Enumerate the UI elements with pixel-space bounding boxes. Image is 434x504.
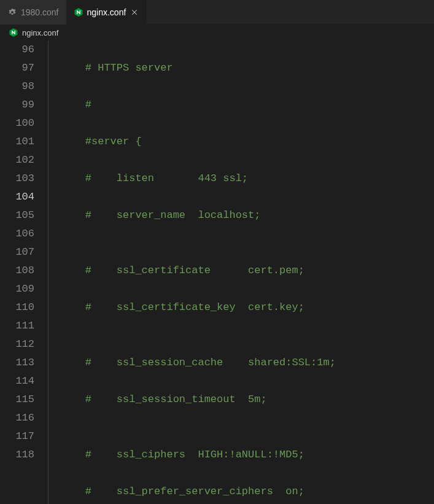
code-line[interactable]: # ssl_certificate_key cert.key; <box>60 298 434 317</box>
close-icon[interactable] <box>130 7 139 17</box>
code-line[interactable]: # server_name localhost; <box>60 206 434 225</box>
tab-1980-conf[interactable]: 1980.conf <box>0 0 66 25</box>
line-number: 105 <box>0 206 34 225</box>
line-number: 117 <box>0 427 34 446</box>
nginx-icon <box>74 7 83 17</box>
line-number: 110 <box>0 298 34 317</box>
line-number: 103 <box>0 169 34 188</box>
line-number: 113 <box>0 354 34 372</box>
breadcrumb[interactable]: nginx.conf <box>0 25 434 41</box>
line-number-gutter: 96 97 98 99 100 101 102 103 104 105 106 … <box>0 41 48 504</box>
line-number: 96 <box>0 41 34 59</box>
line-number: 115 <box>0 390 34 409</box>
nginx-icon <box>9 28 18 37</box>
line-number: 118 <box>0 446 34 464</box>
line-number: 99 <box>0 96 34 114</box>
indent-guide <box>48 41 60 504</box>
line-number: 108 <box>0 262 34 280</box>
code-area[interactable]: # HTTPS server # #server { # listen 443 … <box>60 41 434 504</box>
line-number: 102 <box>0 151 34 169</box>
code-line[interactable]: # HTTPS server <box>60 59 434 77</box>
line-number: 114 <box>0 372 34 390</box>
line-number: 100 <box>0 114 34 133</box>
line-number: 106 <box>0 225 34 243</box>
line-number: 111 <box>0 317 34 335</box>
line-number: 97 <box>0 59 34 77</box>
code-line[interactable]: # ssl_ciphers HIGH:!aNULL:!MD5; <box>60 446 434 464</box>
tab-bar: 1980.conf nginx.conf <box>0 0 434 25</box>
code-line[interactable]: # ssl_certificate cert.pem; <box>60 262 434 280</box>
tab-label: 1980.conf <box>21 7 59 17</box>
gear-icon <box>7 7 17 17</box>
code-line[interactable]: # ssl_prefer_server_ciphers on; <box>60 483 434 501</box>
code-editor[interactable]: 96 97 98 99 100 101 102 103 104 105 106 … <box>0 41 434 504</box>
line-number: 109 <box>0 280 34 298</box>
line-number: 107 <box>0 243 34 262</box>
line-number: 101 <box>0 133 34 151</box>
tab-label: nginx.conf <box>87 7 126 17</box>
code-line[interactable]: # ssl_session_timeout 5m; <box>60 390 434 409</box>
code-line[interactable]: #server { <box>60 133 434 151</box>
code-line[interactable]: # <box>60 96 434 114</box>
tab-nginx-conf[interactable]: nginx.conf <box>66 0 147 25</box>
line-number: 116 <box>0 409 34 427</box>
line-number: 98 <box>0 77 34 96</box>
code-line[interactable]: # listen 443 ssl; <box>60 169 434 188</box>
line-number: 112 <box>0 335 34 354</box>
line-number: 104 <box>0 188 34 206</box>
code-line[interactable]: # ssl_session_cache shared:SSL:1m; <box>60 354 434 372</box>
breadcrumb-label: nginx.conf <box>22 28 58 37</box>
